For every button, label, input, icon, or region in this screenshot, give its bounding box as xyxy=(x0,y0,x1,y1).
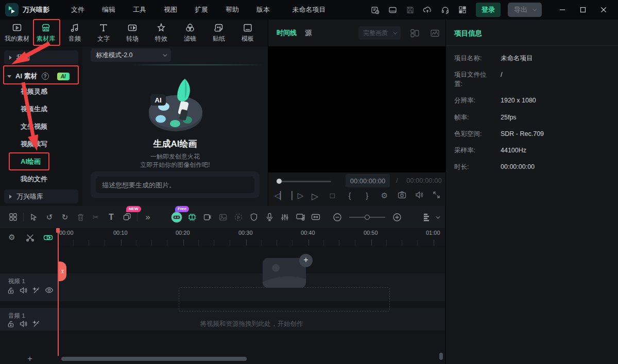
zoom-slider-knob[interactable] xyxy=(365,215,370,220)
timeline-settings-gear-icon[interactable]: ⚙ xyxy=(5,231,19,244)
mute-speaker-icon[interactable] xyxy=(20,287,28,296)
link-clips-icon[interactable] xyxy=(41,231,55,244)
audio-mixer-icon[interactable] xyxy=(277,210,293,225)
sidebar-item-video-continuation[interactable]: 视频续写 xyxy=(21,140,47,149)
stop-icon[interactable]: □ xyxy=(325,191,339,202)
smart-cut-chip-icon[interactable] xyxy=(184,210,200,225)
volume-icon[interactable] xyxy=(413,191,426,202)
maximize-button[interactable] xyxy=(573,0,593,20)
select-cursor-icon[interactable] xyxy=(26,210,42,225)
prev-frame-icon[interactable]: ◁▏ xyxy=(273,191,287,202)
prompt-input[interactable] xyxy=(96,177,254,193)
video-track-header[interactable]: 视频 1 xyxy=(0,273,58,301)
speed-icon[interactable] xyxy=(231,210,246,225)
mark-out-icon[interactable]: } xyxy=(360,191,374,202)
unlink-scissors-icon[interactable] xyxy=(23,231,37,244)
fit-timeline-icon[interactable] xyxy=(308,210,323,225)
minimize-button[interactable] xyxy=(552,0,573,20)
close-button[interactable] xyxy=(593,0,614,20)
add-text-icon[interactable]: T xyxy=(104,210,119,225)
timeline-canvas[interactable]: 00:00 00:10 00:20 00:30 00:40 00:50 01:0… xyxy=(58,228,445,364)
track-height-icon[interactable] xyxy=(419,210,435,225)
menu-extensions[interactable]: 扩展 xyxy=(187,3,215,16)
fullscreen-icon[interactable] xyxy=(430,191,443,202)
sidebar-item-ai-painting[interactable]: AI绘画 xyxy=(21,157,41,166)
menu-tools[interactable]: 工具 xyxy=(126,3,153,16)
tab-source-preview[interactable]: 源 xyxy=(305,28,312,38)
more-tools-icon[interactable]: » xyxy=(140,210,156,225)
scrubber-knob[interactable] xyxy=(277,179,282,184)
delete-trash-icon[interactable] xyxy=(73,210,88,225)
snapshot-camera-icon[interactable] xyxy=(395,191,408,202)
visibility-eye-icon[interactable] xyxy=(45,287,54,296)
save-icon[interactable] xyxy=(403,4,417,16)
zoom-in-icon[interactable] xyxy=(389,210,405,225)
chevron-down-icon[interactable] xyxy=(436,214,440,218)
lock-icon[interactable] xyxy=(7,287,15,296)
image-adjust-icon[interactable] xyxy=(215,210,231,225)
play-icon[interactable]: ▷ xyxy=(308,191,322,202)
lock-icon[interactable] xyxy=(7,320,15,330)
tab-transitions[interactable]: 转场 xyxy=(118,21,146,45)
cloud-upload-icon[interactable] xyxy=(420,4,435,16)
quality-selector-dropdown[interactable]: 完整画质 xyxy=(358,26,401,40)
microphone-icon[interactable] xyxy=(262,210,277,225)
scopes-icon[interactable] xyxy=(430,28,440,40)
menu-view[interactable]: 视图 xyxy=(157,3,184,16)
tab-stock-library[interactable]: 素材库 xyxy=(32,21,60,45)
add-track-button[interactable]: + xyxy=(24,354,36,364)
menu-help[interactable]: 帮助 xyxy=(218,3,246,16)
tab-filters[interactable]: 滤镜 xyxy=(176,21,204,45)
vertical-scrollbar[interactable] xyxy=(439,353,443,360)
tab-templates[interactable]: 模板 xyxy=(234,21,262,45)
support-headset-icon[interactable] xyxy=(438,4,452,16)
login-button[interactable]: 登录 xyxy=(476,3,501,17)
preview-scrubber[interactable] xyxy=(277,179,331,184)
export-clip-icon[interactable] xyxy=(200,210,215,225)
mark-in-icon[interactable]: { xyxy=(343,191,356,202)
sidebar-item-video-generation[interactable]: 视频生成 xyxy=(21,105,47,114)
playhead-marker[interactable] xyxy=(56,228,60,233)
mute-speaker-icon[interactable] xyxy=(20,320,28,330)
sidebar-item-text-to-video[interactable]: 文生视频 xyxy=(21,122,47,131)
horizontal-scrollbar[interactable] xyxy=(61,357,247,361)
sidebar-group-my[interactable]: 我的 xyxy=(4,50,78,64)
next-frame-icon[interactable]: ▏▷ xyxy=(291,191,304,202)
menu-file[interactable]: 文件 xyxy=(64,3,92,16)
tab-stickers[interactable]: 贴纸 xyxy=(205,21,233,45)
split-scissors-icon[interactable]: ✂ xyxy=(88,210,104,225)
magic-wand-icon[interactable] xyxy=(32,287,40,296)
playhead[interactable] xyxy=(58,228,59,356)
tab-text[interactable]: 文字 xyxy=(90,21,117,45)
sidebar-group-ai-material[interactable]: AI 素材 ? AI xyxy=(7,68,78,84)
playhead-scissors-handle[interactable]: ✂ xyxy=(59,262,66,281)
help-icon[interactable]: ? xyxy=(42,73,49,80)
sidebar-item-my-files[interactable]: 我的文件 xyxy=(21,175,47,184)
sidebar-item-video-inspiration[interactable]: 视频灵感 xyxy=(21,87,47,96)
mask-shield-icon[interactable] xyxy=(246,210,262,225)
screen-record-icon[interactable] xyxy=(293,210,308,225)
mask-tool-icon[interactable]: NEW xyxy=(119,210,134,225)
apps-grid-icon[interactable] xyxy=(455,4,470,16)
media-drop-zone[interactable] xyxy=(179,287,390,311)
undo-icon[interactable]: ↺ xyxy=(42,210,57,225)
zoom-out-icon[interactable] xyxy=(330,210,345,225)
tab-effects[interactable]: 特效 xyxy=(147,21,175,45)
timeline-zoom-slider[interactable] xyxy=(349,217,385,218)
sidebar-group-wondershare-library[interactable]: 万兴喵库 xyxy=(4,189,78,203)
audio-track-header[interactable]: 音频 1 xyxy=(0,308,58,331)
tab-audio[interactable]: 音频 xyxy=(61,21,89,45)
export-button[interactable]: 导出 xyxy=(508,3,542,17)
layout-grid-icon[interactable] xyxy=(410,28,420,40)
redo-icon[interactable]: ↻ xyxy=(57,210,73,225)
workspace-icon[interactable] xyxy=(385,4,400,16)
menu-version[interactable]: 版本 xyxy=(249,3,277,16)
menu-edit[interactable]: 编辑 xyxy=(95,3,123,16)
mode-selector-dropdown[interactable]: 标准模式-2.0 xyxy=(91,48,171,62)
ai-copilot-icon[interactable]: Free xyxy=(169,210,184,225)
timeline-ruler[interactable]: 00:00 00:10 00:20 00:30 00:40 00:50 01:0… xyxy=(58,228,445,246)
tab-timeline-preview[interactable]: 时间线 xyxy=(277,28,297,38)
panel-grid-icon[interactable] xyxy=(5,210,21,225)
settings-gear-icon[interactable]: ⚙ xyxy=(378,191,391,202)
tab-my-media[interactable]: 我的素材 xyxy=(3,21,31,45)
